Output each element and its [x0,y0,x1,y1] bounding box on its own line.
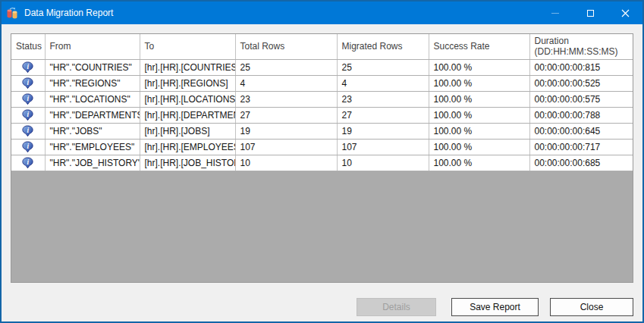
info-balloon-icon: i [22,109,33,121]
from-cell: "HR"."JOB_HISTORY" [45,155,140,171]
column-header-to[interactable]: To [140,34,235,59]
window-controls [538,2,642,24]
to-cell: [hr].[HR].[EMPLOYEES] [140,139,235,155]
info-balloon-icon: i [22,93,33,105]
from-cell: "HR"."EMPLOYEES" [45,139,140,155]
duration-cell: 00:00:00:00:788 [529,107,633,123]
total-rows-cell: 19 [235,123,337,139]
close-button[interactable] [608,2,642,24]
info-balloon-icon: i [22,141,33,153]
status-cell: i [11,75,45,91]
migrated-rows-cell: 10 [337,155,429,171]
maximize-button[interactable] [573,2,608,24]
info-balloon-icon: i [22,61,33,74]
success-rate-cell: 100.00 % [429,59,529,75]
success-rate-cell: 100.00 % [429,155,529,171]
duration-cell: 00:00:00:00:645 [529,123,633,139]
table-header-row: Status From To Total Rows Migrated Rows … [11,34,633,59]
close-icon [621,9,630,17]
svg-text:i: i [27,78,30,86]
window-title: Data Migration Report [24,2,113,24]
duration-cell: 00:00:00:00:575 [529,91,633,107]
info-balloon-icon: i [22,157,33,169]
close-dialog-button[interactable]: Close [550,298,633,316]
svg-text:i: i [27,158,30,165]
from-cell: "HR"."REGIONS" [45,75,140,91]
to-cell: [hr].[HR].[JOBS] [140,123,235,139]
table-row[interactable]: i "HR"."DEPARTMENTS" [hr].[HR].[DEPARTME… [11,107,633,123]
from-cell: "HR"."LOCATIONS" [45,91,140,107]
migrated-rows-cell: 23 [337,91,429,107]
total-rows-cell: 4 [235,75,337,91]
duration-cell: 00:00:00:00:685 [529,155,633,171]
duration-cell: 00:00:00:00:525 [529,75,633,91]
success-rate-cell: 100.00 % [429,123,529,139]
table-row[interactable]: i "HR"."EMPLOYEES" [hr].[HR].[EMPLOYEES]… [11,139,633,155]
minimize-icon [551,13,559,14]
to-cell: [hr].[HR].[REGIONS] [140,75,235,91]
svg-text:i: i [27,142,30,149]
data-migration-icon [6,7,18,19]
column-header-success-rate[interactable]: Success Rate [429,34,529,59]
success-rate-cell: 100.00 % [429,107,529,123]
save-report-button[interactable]: Save Report [451,298,539,316]
duration-cell: 00:00:00:00:815 [529,59,633,75]
success-rate-cell: 100.00 % [429,139,529,155]
to-cell: [hr].[HR].[JOB_HISTORY] [140,155,235,171]
success-rate-cell: 100.00 % [429,91,529,107]
table-row[interactable]: i "HR"."JOBS" [hr].[HR].[JOBS] 19 19 100… [11,123,633,139]
status-cell: i [11,107,45,123]
table-body: i "HR"."COUNTRIES" [hr].[HR].[COUNTRIES]… [11,59,633,171]
svg-text:i: i [27,62,30,70]
to-cell: [hr].[HR].[COUNTRIES] [140,59,235,75]
column-header-from[interactable]: From [45,34,140,59]
migration-report-grid: Status From To Total Rows Migrated Rows … [11,33,633,283]
migrated-rows-cell: 27 [337,107,429,123]
dialog-window: Data Migration Report [0,0,644,323]
info-balloon-icon: i [22,77,33,89]
from-cell: "HR"."JOBS" [45,123,140,139]
to-cell: [hr].[HR].[DEPARTMENTS] [140,107,235,123]
status-cell: i [11,91,45,107]
title-bar: Data Migration Report [2,2,642,24]
migrated-rows-cell: 107 [337,139,429,155]
status-cell: i [11,139,45,155]
status-cell: i [11,59,45,75]
total-rows-cell: 27 [235,107,337,123]
minimize-button[interactable] [538,2,573,24]
duration-cell: 00:00:00:00:717 [529,139,633,155]
migration-report-table: Status From To Total Rows Migrated Rows … [11,34,633,171]
svg-text:i: i [27,94,30,102]
total-rows-cell: 23 [235,91,337,107]
svg-text:i: i [27,126,30,133]
column-header-duration[interactable]: Duration (DD:HH:MM:SS:MS) [529,34,633,59]
column-header-status[interactable]: Status [11,34,45,59]
migrated-rows-cell: 25 [337,59,429,75]
table-row[interactable]: i "HR"."JOB_HISTORY" [hr].[HR].[JOB_HIST… [11,155,633,171]
to-cell: [hr].[HR].[LOCATIONS] [140,91,235,107]
total-rows-cell: 10 [235,155,337,171]
column-header-total-rows[interactable]: Total Rows [235,34,337,59]
table-row[interactable]: i "HR"."LOCATIONS" [hr].[HR].[LOCATIONS]… [11,91,633,107]
total-rows-cell: 107 [235,139,337,155]
svg-text:i: i [27,110,30,118]
from-cell: "HR"."DEPARTMENTS" [45,107,140,123]
total-rows-cell: 25 [235,59,337,75]
migrated-rows-cell: 19 [337,123,429,139]
from-cell: "HR"."COUNTRIES" [45,59,140,75]
migrated-rows-cell: 4 [337,75,429,91]
column-header-migrated-rows[interactable]: Migrated Rows [337,34,429,59]
status-cell: i [11,123,45,139]
table-row[interactable]: i "HR"."REGIONS" [hr].[HR].[REGIONS] 4 4… [11,75,633,91]
success-rate-cell: 100.00 % [429,75,529,91]
details-button[interactable]: Details [357,298,436,316]
maximize-icon [587,10,594,17]
info-balloon-icon: i [22,125,33,137]
status-cell: i [11,155,45,171]
table-row[interactable]: i "HR"."COUNTRIES" [hr].[HR].[COUNTRIES]… [11,59,633,75]
